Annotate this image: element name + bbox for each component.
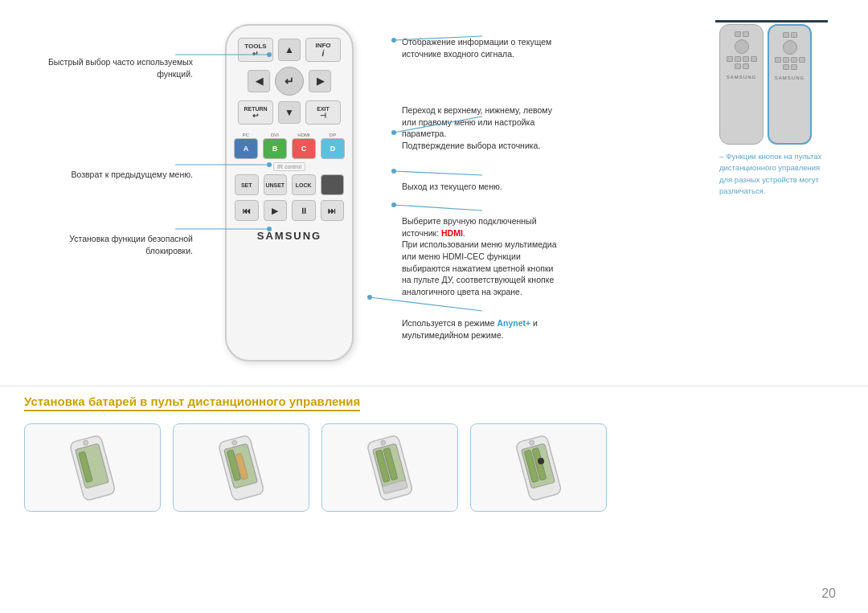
button-a-pc[interactable]: A — [234, 138, 258, 159]
remote-row-top: TOOLS ↵ ▲ INFO i — [235, 38, 344, 62]
button-d-dp[interactable]: D — [321, 138, 345, 159]
right-arrow-button[interactable]: ▶ — [309, 70, 331, 92]
left-labels-area: Быстрый выбор часто используемыхфункций.… — [24, 16, 201, 370]
button-c-hdmi[interactable]: C — [292, 138, 316, 159]
info-button[interactable]: INFO i — [305, 38, 341, 62]
enter-button[interactable]: ↵ — [275, 67, 304, 96]
label-source-info: Отображение информации о текущемисточник… — [402, 36, 551, 59]
label-anynet: Используется в режиме Anynet+ и мультиме… — [402, 317, 538, 341]
left-arrow-button[interactable]: ◀ — [248, 70, 270, 92]
anynet-highlight: Anynet+ — [497, 318, 530, 328]
note-content: Функции кнопок на пультах дистанционного… — [719, 152, 821, 195]
media-row-1: ⏮ ▶ ⏸ ⏭ — [235, 200, 344, 221]
remote-control-area: TOOLS ↵ ▲ INFO i ◀ ↵ ▶ RETURN ↩ — [201, 16, 378, 370]
right-labels-area: Отображение информации о текущемисточник… — [378, 16, 844, 370]
label-quick-select: Быстрый выбор часто используемыхфункций. — [48, 56, 193, 80]
battery-images-row — [24, 423, 844, 512]
remote-control: TOOLS ↵ ▲ INFO i ◀ ↵ ▶ RETURN ↩ — [225, 24, 354, 362]
remote-row-return: RETURN ↩ ▼ EXIT ⊣ — [235, 100, 344, 125]
battery-image-4 — [470, 423, 607, 512]
forward-button[interactable]: ⏭ — [321, 200, 345, 221]
note-area: SAMSUNG — [719, 24, 844, 197]
color-buttons-row: PC A DVI B HDMI C DP D — [235, 133, 344, 159]
page-number: 20 — [821, 586, 836, 601]
mini-remote-right: SAMSUNG — [768, 24, 812, 145]
unset-button[interactable]: UNSET — [264, 174, 288, 195]
battery-svg-4 — [486, 434, 591, 502]
remote-row-nav: ◀ ↵ ▶ — [235, 67, 344, 96]
ir-control-row: IR control — [272, 162, 307, 171]
battery-section-title: Установка батарей в пульт дистанционного… — [24, 394, 360, 411]
lock-button[interactable]: LOCK — [292, 174, 316, 195]
tools-button[interactable]: TOOLS ↵ — [238, 38, 273, 62]
battery-image-1 — [24, 423, 161, 512]
return-button[interactable]: RETURN ↩ — [238, 100, 273, 125]
set-button[interactable]: SET — [235, 174, 259, 195]
exit-button[interactable]: EXIT ⊣ — [305, 100, 341, 125]
battery-image-3 — [321, 423, 458, 512]
set-unset-lock-row: SET UNSET LOCK — [235, 174, 344, 195]
down-arrow-button[interactable]: ▼ — [278, 101, 301, 124]
battery-image-2 — [173, 423, 309, 512]
note-text: – Функции кнопок на пультах дистанционно… — [719, 151, 844, 197]
rewind-button[interactable]: ⏮ — [235, 200, 259, 221]
top-section: Быстрый выбор часто используемыхфункций.… — [0, 0, 868, 386]
battery-svg-3 — [338, 434, 442, 502]
ir-control-label: IR control — [273, 162, 305, 171]
play-button[interactable]: ▶ — [264, 200, 288, 221]
battery-svg-1 — [40, 434, 145, 502]
extra-button[interactable] — [321, 174, 345, 195]
samsung-logo: SAMSUNG — [257, 230, 321, 242]
label-hdmi-select: Выберите вручную подключенный источник: … — [402, 215, 557, 298]
battery-svg-2 — [189, 434, 293, 502]
label-return-menu: Возврат к предыдущему меню. — [71, 169, 193, 181]
pause-button[interactable]: ⏸ — [292, 200, 316, 221]
hdmi-highlight: HDMI — [441, 228, 463, 238]
label-safe-lock: Установка функции безопаснойблокировки. — [69, 233, 193, 256]
bottom-section: Установка батарей в пульт дистанционного… — [0, 386, 868, 528]
label-exit-menu: Выход из текущего меню. — [402, 181, 502, 193]
mini-remote-left: SAMSUNG — [719, 24, 764, 145]
mini-remote-pair: SAMSUNG — [719, 24, 844, 145]
up-arrow-button[interactable]: ▲ — [278, 39, 301, 61]
label-navigation: Переход к верхнему, нижнему, левомуили п… — [402, 104, 552, 152]
button-b-dvi[interactable]: B — [263, 138, 287, 159]
